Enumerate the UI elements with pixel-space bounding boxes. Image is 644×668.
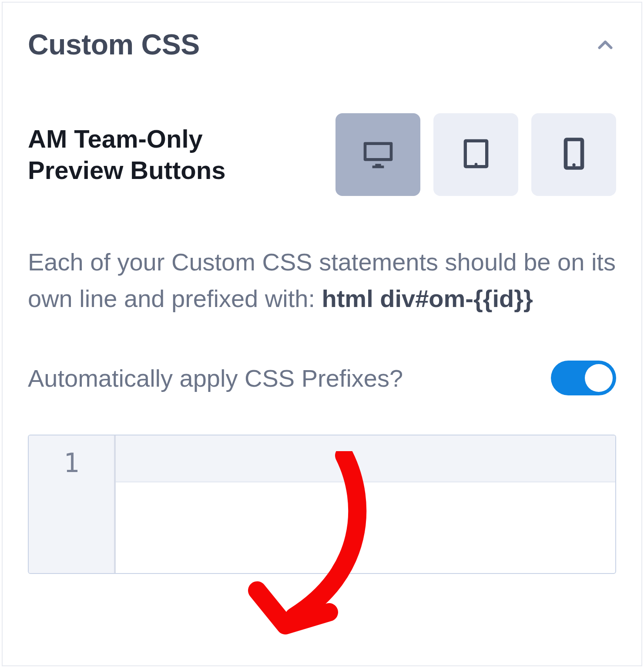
auto-prefix-row: Automatically apply CSS Prefixes? bbox=[28, 361, 616, 395]
panel-header[interactable]: Custom CSS bbox=[28, 28, 616, 61]
device-button-group bbox=[335, 113, 616, 196]
auto-prefix-label: Automatically apply CSS Prefixes? bbox=[28, 364, 403, 392]
custom-css-panel: Custom CSS AM Team-Only Preview Buttons bbox=[2, 2, 642, 666]
css-code-editor[interactable]: 1 bbox=[28, 435, 616, 574]
toggle-knob bbox=[585, 364, 613, 392]
auto-prefix-toggle[interactable] bbox=[551, 361, 616, 395]
editor-line[interactable] bbox=[116, 435, 615, 482]
help-text-bold: html div#om-{{id}} bbox=[322, 285, 533, 312]
tablet-preview-button[interactable] bbox=[433, 113, 518, 196]
editor-code-area[interactable] bbox=[116, 435, 615, 573]
desktop-icon bbox=[361, 136, 396, 173]
tablet-icon bbox=[459, 136, 493, 173]
preview-buttons-row: AM Team-Only Preview Buttons bbox=[28, 113, 616, 196]
desktop-preview-button[interactable] bbox=[335, 113, 420, 196]
mobile-icon bbox=[557, 136, 591, 173]
chevron-up-icon[interactable] bbox=[594, 34, 616, 55]
mobile-preview-button[interactable] bbox=[531, 113, 616, 196]
preview-buttons-label: AM Team-Only Preview Buttons bbox=[28, 123, 298, 186]
panel-title: Custom CSS bbox=[28, 28, 200, 61]
line-number: 1 bbox=[29, 448, 114, 478]
help-text: Each of your Custom CSS statements shoul… bbox=[28, 244, 616, 317]
editor-gutter: 1 bbox=[29, 435, 116, 573]
